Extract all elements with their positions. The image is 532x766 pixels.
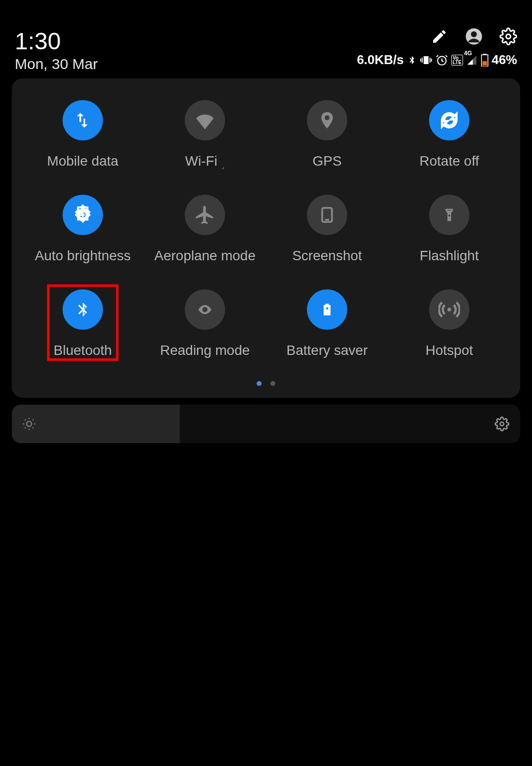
tile-label: GPS [312, 153, 341, 169]
pager-dot[interactable] [270, 381, 275, 386]
tile-aeroplane-mode[interactable]: Aeroplane mode [144, 195, 266, 264]
quick-settings-panel: Mobile dataWi-Fi⌟GPSRotate offAuto brigh… [12, 78, 520, 398]
battery-pct: 46% [492, 52, 517, 68]
brightness-settings-icon[interactable] [495, 417, 509, 431]
svg-point-1 [471, 32, 477, 37]
pager[interactable] [22, 381, 510, 386]
tile-wifi[interactable]: Wi-Fi⌟ [144, 100, 266, 169]
alarm-icon [435, 54, 448, 67]
tile-label: Mobile data [47, 153, 119, 169]
svg-point-2 [506, 35, 511, 39]
vibrate-icon [420, 54, 432, 66]
tile-battery-saver[interactable]: Battery saver [266, 289, 388, 358]
tile-flashlight[interactable]: Flashlight [388, 195, 510, 264]
tile-label: Rotate off [420, 153, 479, 169]
battery-plus-icon[interactable] [307, 289, 347, 330]
data-speed: 6.0KB/s [357, 52, 403, 68]
tile-auto-brightness[interactable]: Auto brightness [22, 195, 144, 264]
svg-point-13 [447, 308, 451, 311]
signal-icon: 4G [466, 55, 478, 66]
swap-vert-icon[interactable] [63, 100, 103, 140]
svg-point-10 [448, 214, 450, 216]
status-header: 1:30 Mon, 30 Mar 6.0KB/s [0, 0, 532, 72]
tile-mobile-data[interactable]: Mobile data [22, 100, 144, 169]
volte-icon: VoLTE [451, 55, 463, 66]
header-action-icons [431, 28, 517, 45]
settings-icon[interactable] [499, 28, 517, 45]
tile-label-extra: ⌟ [221, 162, 225, 170]
header-left: 1:30 Mon, 30 Mar [15, 28, 98, 72]
tile-label: Reading mode [160, 343, 250, 358]
battery-icon [481, 54, 489, 67]
profile-icon[interactable] [465, 28, 483, 45]
flashlight-icon[interactable] [429, 195, 469, 235]
tile-label: Screenshot [292, 248, 362, 264]
tiles-grid: Mobile dataWi-Fi⌟GPSRotate offAuto brigh… [22, 100, 510, 358]
clock-time: 1:30 [15, 28, 98, 55]
clock-date: Mon, 30 Mar [15, 56, 98, 72]
svg-point-11 [203, 308, 206, 311]
tile-label: Wi-Fi⌟ [185, 153, 225, 169]
svg-rect-6 [483, 61, 487, 66]
tile-label: Battery saver [287, 343, 368, 358]
location-icon[interactable] [307, 100, 347, 140]
tile-gps[interactable]: GPS [266, 100, 388, 169]
tile-label: Bluetooth [54, 343, 112, 358]
svg-point-14 [27, 421, 32, 426]
wifi-icon[interactable] [185, 100, 225, 140]
tile-reading-mode[interactable]: Reading mode [144, 289, 266, 358]
eye-icon[interactable] [185, 289, 225, 330]
brightness-fill [12, 405, 180, 443]
phone-icon[interactable] [307, 195, 347, 235]
tile-label: Flashlight [420, 248, 479, 264]
tile-rotate-off[interactable]: Rotate off [388, 100, 510, 169]
tile-label: Hotspot [426, 343, 473, 358]
tile-label: Aeroplane mode [154, 248, 255, 264]
svg-point-15 [500, 422, 504, 426]
tile-label: Auto brightness [35, 248, 131, 264]
airplane-icon[interactable] [185, 195, 225, 235]
hotspot-icon[interactable] [429, 289, 469, 330]
tile-screenshot[interactable]: Screenshot [266, 195, 388, 264]
brightness-auto-icon[interactable] [63, 195, 103, 235]
bluetooth-status-icon [407, 54, 417, 67]
brightness-low-icon [22, 417, 36, 431]
rotate-icon[interactable] [429, 100, 469, 140]
tile-bluetooth[interactable]: Bluetooth [22, 289, 144, 358]
status-bar: 6.0KB/s VoLTE 4G 46% [357, 52, 517, 68]
pager-dot[interactable] [257, 381, 262, 386]
header-right: 6.0KB/s VoLTE 4G 46% [357, 28, 517, 68]
svg-rect-12 [324, 306, 330, 315]
edit-icon[interactable] [431, 28, 448, 45]
bluetooth-icon[interactable] [63, 289, 103, 330]
tile-hotspot[interactable]: Hotspot [388, 289, 510, 358]
brightness-slider[interactable] [12, 405, 520, 443]
